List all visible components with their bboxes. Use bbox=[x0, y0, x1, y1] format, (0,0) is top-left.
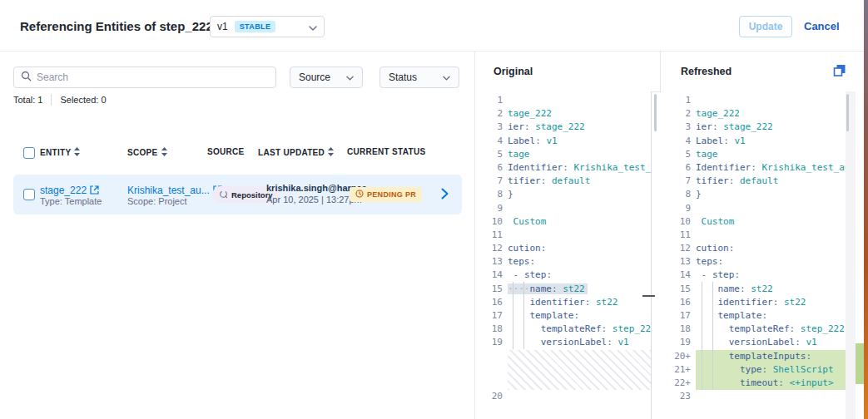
line-number: 16 bbox=[672, 296, 691, 309]
status-filter-select[interactable]: Status bbox=[379, 67, 459, 88]
source-filter-select[interactable]: Source bbox=[290, 67, 363, 88]
line-number: 12 bbox=[484, 242, 503, 255]
code-line: 3ier: stage_222 bbox=[484, 121, 651, 134]
updated-at: Apr 10, 2025 | 13:27pm bbox=[266, 195, 362, 205]
code-line: 19 versionLabel: v1 bbox=[672, 336, 846, 349]
code-line: 16 identifier: st22 bbox=[484, 296, 651, 309]
entity-type: Type: Template bbox=[40, 196, 102, 206]
line-number: 13 bbox=[484, 255, 503, 269]
original-scrollbar[interactable] bbox=[654, 94, 657, 131]
code-line: 14 - step: bbox=[484, 269, 651, 282]
clock-icon bbox=[355, 190, 364, 200]
selected-count: Selected: 0 bbox=[60, 95, 106, 105]
code-line: 10 Custom bbox=[672, 215, 846, 229]
column-header-entity[interactable]: ENTITY bbox=[40, 147, 80, 158]
line-number: 3 bbox=[484, 121, 503, 134]
update-button[interactable]: Update bbox=[739, 16, 792, 37]
copy-icon[interactable] bbox=[833, 64, 846, 81]
indent-guide bbox=[702, 282, 702, 390]
column-header-scope[interactable]: SCOPE bbox=[127, 147, 167, 158]
line-number: 8 bbox=[484, 188, 503, 201]
overview-added-marker bbox=[856, 343, 864, 384]
code-line: 6Identifier: Krishika_test_aut bbox=[672, 161, 846, 175]
status-filter-label: Status bbox=[389, 71, 417, 83]
code-line: 8} bbox=[672, 188, 846, 201]
search-box[interactable] bbox=[13, 67, 276, 88]
line-number: 11 bbox=[672, 229, 691, 242]
code-line: 19 versionLabel: v1 bbox=[484, 336, 651, 349]
refreshed-code-panel[interactable]: 12tage_2223ier: stage_2224Label: v15tage… bbox=[651, 91, 846, 419]
chevron-down-icon bbox=[309, 19, 317, 34]
line-number: 2 bbox=[484, 107, 503, 121]
code-line: 13teps: bbox=[672, 255, 846, 269]
line-number: 18 bbox=[484, 323, 503, 336]
line-number: 1 bbox=[484, 94, 503, 107]
indent-guide bbox=[712, 282, 713, 390]
code-line: 10 Custom bbox=[484, 215, 651, 229]
line-number: 9 bbox=[484, 202, 503, 215]
refreshed-panel-title: Refreshed bbox=[681, 66, 732, 77]
line-number: 15 bbox=[672, 283, 691, 296]
code-line: 17 template: bbox=[672, 309, 846, 323]
entity-link[interactable]: stage_222 bbox=[40, 185, 87, 196]
expand-row-chevron-icon[interactable] bbox=[441, 188, 449, 203]
line-number: 4 bbox=[484, 135, 503, 148]
version-select[interactable]: v1 STABLE bbox=[210, 16, 325, 37]
cancel-button[interactable]: Cancel bbox=[804, 20, 840, 32]
version-label: v1 bbox=[217, 21, 228, 32]
line-number: 5 bbox=[484, 148, 503, 161]
sort-icon[interactable] bbox=[161, 147, 167, 158]
code-line: 20+ templateInputs: bbox=[672, 350, 846, 363]
line-number: 20 bbox=[484, 390, 503, 403]
code-line: 15 name: st22 bbox=[672, 283, 846, 296]
code-line: 11 bbox=[484, 229, 651, 242]
line-number: 12 bbox=[672, 242, 691, 255]
scope-link[interactable]: Krishika_test_au... bbox=[127, 185, 210, 196]
line-number: 19 bbox=[484, 336, 503, 349]
diff-overview-ruler[interactable] bbox=[856, 91, 864, 419]
line-number: 4 bbox=[672, 135, 691, 148]
diff-collapsed-region bbox=[508, 350, 651, 391]
code-line: 20 bbox=[484, 390, 651, 403]
line-number: 15 bbox=[484, 283, 503, 296]
line-number: 9 bbox=[672, 202, 691, 215]
line-number: 1 bbox=[672, 94, 691, 107]
sort-icon[interactable] bbox=[74, 147, 80, 158]
line-number: 17 bbox=[672, 309, 691, 323]
column-header-current-status: CURRENT STATUS bbox=[347, 147, 425, 156]
line-number: 17 bbox=[484, 309, 503, 323]
select-all-checkbox[interactable] bbox=[23, 147, 35, 159]
code-line: 14 - step: bbox=[672, 269, 846, 282]
line-number: 14 bbox=[672, 269, 691, 282]
line-number: 16 bbox=[484, 296, 503, 309]
search-icon bbox=[21, 70, 32, 85]
code-line: 6Identifier: Krishika_test_aut bbox=[484, 161, 651, 175]
line-number: 21+ bbox=[672, 363, 691, 377]
code-line: 4Label: v1 bbox=[484, 135, 651, 148]
diff-header-divider bbox=[660, 52, 661, 91]
code-line: 5tage bbox=[672, 148, 846, 161]
code-line: 23 bbox=[672, 390, 846, 403]
code-line: 9 bbox=[484, 202, 651, 215]
code-line: 7tifier: default bbox=[484, 175, 651, 188]
column-header-last-updated[interactable]: LAST UPDATED bbox=[258, 147, 334, 158]
refreshed-scrollbar-track[interactable] bbox=[846, 91, 856, 419]
row-checkbox[interactable] bbox=[23, 189, 35, 200]
chevron-down-icon bbox=[443, 71, 450, 83]
scope-sub: Scope: Project bbox=[127, 196, 187, 206]
line-number: 6 bbox=[484, 161, 503, 175]
code-line: 17 template: bbox=[484, 309, 651, 323]
code-line: 3ier: stage_222 bbox=[672, 121, 846, 134]
code-line: 9 bbox=[672, 202, 846, 215]
code-line: 11 bbox=[672, 229, 846, 242]
original-code-panel[interactable]: 12tage_2223ier: stage_2224Label: v15tage… bbox=[474, 91, 651, 419]
search-input[interactable] bbox=[37, 71, 253, 83]
code-line: 21+ type: ShellScript bbox=[672, 363, 846, 377]
refreshed-scrollbar[interactable] bbox=[846, 94, 849, 131]
stable-badge: STABLE bbox=[235, 21, 276, 32]
status-badge: PENDING PR bbox=[350, 187, 422, 202]
line-number: 10 bbox=[484, 215, 503, 229]
modal-header: Referencing Entities of step_222 v1 STAB… bbox=[0, 0, 868, 52]
code-line: 12cution: bbox=[484, 242, 651, 255]
sort-icon[interactable] bbox=[328, 147, 334, 158]
